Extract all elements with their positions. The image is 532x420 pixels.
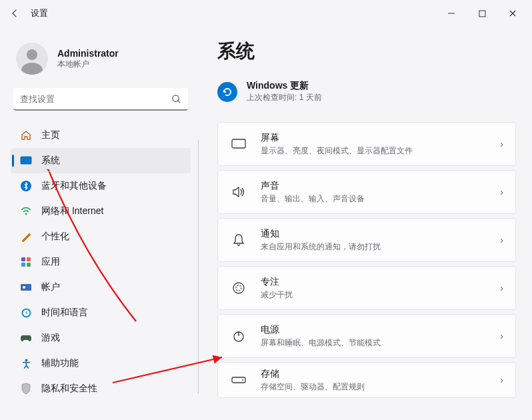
card-sub: 减少干扰	[261, 289, 500, 301]
sidebar-item-accounts[interactable]: 帐户	[11, 275, 191, 300]
sidebar-item-system[interactable]: 系统	[11, 148, 191, 173]
sidebar-item-label: 时间和语言	[41, 307, 88, 319]
maximize-button[interactable]	[467, 3, 497, 24]
sidebar-item-label: 网络和 Internet	[41, 205, 103, 217]
update-sub: 上次检查时间: 1 天前	[247, 92, 322, 103]
svg-point-16	[25, 359, 27, 361]
settings-card-focus[interactable]: 专注 减少干扰 ›	[217, 266, 516, 310]
svg-rect-1	[479, 11, 485, 17]
update-icon	[217, 82, 237, 102]
card-sub: 存储空间、驱动器、配置规则	[261, 381, 500, 393]
sidebar-item-network[interactable]: 网络和 Internet	[11, 199, 191, 224]
window-controls	[436, 3, 528, 24]
svg-rect-4	[21, 157, 31, 164]
sidebar-item-label: 蓝牙和其他设备	[41, 180, 107, 192]
sidebar-item-label: 隐私和安全性	[41, 383, 97, 395]
focus-icon	[230, 281, 247, 295]
svg-rect-17	[232, 139, 245, 148]
card-title: 通知	[261, 228, 500, 240]
card-sub: 来自应用和系统的通知，请勿打扰	[261, 241, 500, 253]
sidebar-item-label: 辅助功能	[41, 357, 79, 369]
windows-update-row[interactable]: Windows 更新 上次检查时间: 1 天前	[217, 80, 516, 103]
storage-icon	[230, 375, 247, 385]
settings-card-display[interactable]: 屏幕 显示器、亮度、夜间模式、显示器配置文件 ›	[217, 122, 516, 166]
settings-card-power[interactable]: 电源 屏幕和睡眠、电源模式、节能模式 ›	[217, 314, 516, 358]
bell-icon	[230, 233, 247, 247]
sidebar-item-time[interactable]: 时间和语言	[11, 300, 191, 325]
brush-icon	[20, 231, 32, 243]
sound-icon	[230, 186, 247, 198]
svg-rect-8	[21, 257, 25, 261]
user-name: Administrator	[57, 48, 119, 59]
sidebar-item-personalize[interactable]: 个性化	[11, 224, 191, 249]
sidebar-item-label: 应用	[41, 256, 60, 268]
svg-point-19	[236, 285, 241, 291]
card-sub: 音量、输出、输入、声音设备	[261, 193, 500, 205]
sidebar-item-bluetooth[interactable]: 蓝牙和其他设备	[11, 173, 191, 199]
search-input[interactable]	[20, 94, 171, 104]
sidebar: Administrator 本地帐户 主页 系统 蓝牙和其他设备 网络和 Int…	[0, 27, 199, 420]
svg-rect-9	[27, 257, 31, 261]
chevron-right-icon: ›	[500, 139, 503, 149]
svg-rect-10	[21, 263, 25, 267]
back-button[interactable]	[4, 3, 25, 24]
chevron-right-icon: ›	[500, 283, 503, 293]
svg-point-2	[173, 95, 179, 101]
sidebar-item-accessibility[interactable]: 辅助功能	[11, 351, 191, 376]
sidebar-item-label: 个性化	[41, 231, 69, 243]
titlebar: 设置	[0, 0, 532, 27]
card-title: 电源	[261, 324, 500, 336]
page-title: 系统	[217, 39, 516, 64]
shield-icon	[20, 383, 32, 395]
card-title: 存储	[261, 368, 500, 380]
gaming-icon	[20, 332, 32, 344]
svg-point-18	[233, 283, 244, 293]
display-icon	[230, 139, 247, 149]
chevron-right-icon: ›	[500, 235, 503, 245]
svg-rect-11	[27, 263, 31, 267]
sidebar-item-label: 游戏	[41, 332, 60, 344]
card-title: 声音	[261, 180, 500, 192]
chevron-right-icon: ›	[500, 375, 503, 385]
window-title: 设置	[31, 7, 48, 19]
settings-card-storage[interactable]: 存储 存储空间、驱动器、配置规则 ›	[217, 362, 516, 398]
settings-card-sound[interactable]: 声音 音量、输出、输入、声音设备 ›	[217, 170, 516, 214]
sidebar-item-home[interactable]: 主页	[11, 123, 191, 148]
bluetooth-icon	[20, 180, 32, 192]
user-sub: 本地帐户	[57, 59, 119, 70]
system-icon	[20, 155, 32, 167]
sidebar-item-privacy[interactable]: 隐私和安全性	[11, 376, 191, 401]
card-sub: 屏幕和睡眠、电源模式、节能模式	[261, 337, 500, 349]
avatar	[16, 43, 48, 75]
sidebar-item-label: 主页	[41, 129, 60, 141]
back-arrow-icon	[9, 8, 20, 19]
sidebar-item-apps[interactable]: 应用	[11, 249, 191, 275]
sidebar-item-label: 帐户	[41, 281, 60, 293]
sidebar-item-gaming[interactable]: 游戏	[11, 325, 191, 351]
svg-point-7	[25, 213, 27, 215]
search-box[interactable]	[13, 88, 188, 111]
user-card[interactable]: Administrator 本地帐户	[11, 37, 191, 84]
sidebar-item-label: 系统	[41, 155, 60, 167]
apps-icon	[20, 256, 32, 268]
chevron-right-icon: ›	[500, 331, 503, 341]
settings-card-notifications[interactable]: 通知 来自应用和系统的通知，请勿打扰 ›	[217, 218, 516, 262]
search-icon	[171, 94, 181, 104]
sidebar-scrollbar[interactable]	[198, 140, 199, 393]
card-title: 专注	[261, 276, 500, 288]
minimize-button[interactable]	[436, 3, 467, 24]
chevron-right-icon: ›	[500, 187, 503, 197]
svg-point-23	[242, 379, 243, 381]
svg-point-13	[23, 286, 25, 289]
main-content: 系统 Windows 更新 上次检查时间: 1 天前 屏幕 显示器、亮度、夜间模…	[199, 27, 532, 420]
svg-rect-12	[21, 284, 31, 291]
time-icon	[20, 307, 32, 319]
update-title: Windows 更新	[247, 80, 322, 92]
power-icon	[230, 329, 247, 343]
accounts-icon	[20, 281, 32, 293]
wifi-icon	[20, 205, 32, 217]
home-icon	[20, 129, 32, 141]
accessibility-icon	[20, 357, 32, 369]
card-sub: 显示器、亮度、夜间模式、显示器配置文件	[261, 145, 500, 157]
close-button[interactable]	[497, 3, 528, 24]
